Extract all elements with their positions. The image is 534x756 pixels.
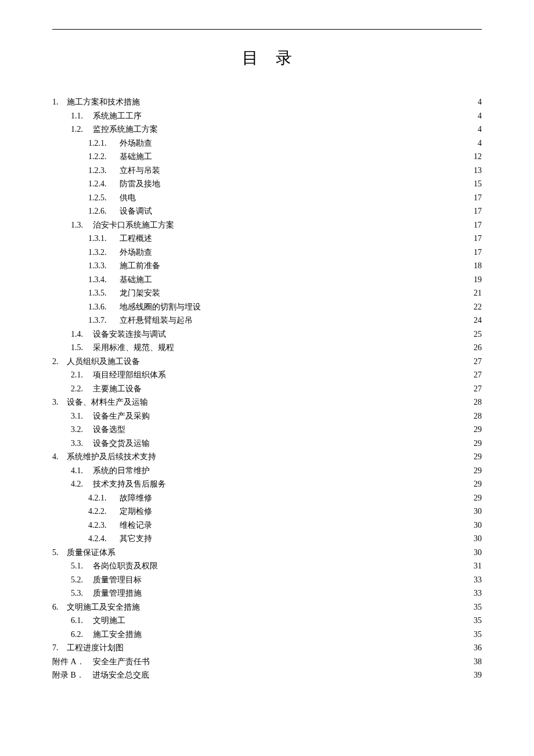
toc-label: 故障维修 [120, 494, 152, 502]
toc-entry: 5.2.质量管理目标33 [52, 576, 482, 584]
toc-page-number: 29 [474, 480, 482, 488]
toc-page-number: 31 [474, 562, 482, 570]
toc-number: 1.2.2. [88, 153, 120, 161]
toc-number: 5. [52, 549, 67, 557]
toc-entry: 1.3.7.立杆悬臂组装与起吊24 [52, 316, 482, 325]
toc-entry: 1.3.1.工程概述17 [52, 235, 482, 243]
toc-entry: 附录 B．进场安全总交底39 [52, 671, 482, 679]
toc-entry: 7.工程进度计划图36 [52, 644, 482, 652]
toc-entry: 1.施工方案和技术措施4 [52, 98, 482, 106]
toc-entry: 4.2.技术支持及售后服务29 [52, 480, 482, 488]
toc-label: 技术支持及售后服务 [93, 480, 166, 488]
toc-label: 龙门架安装 [120, 289, 160, 297]
toc-label: 系统维护及后续技术支持 [67, 453, 156, 461]
toc-label: 设备交货及运输 [93, 440, 150, 448]
toc-number: 2. [52, 358, 67, 366]
toc-label: 系统施工工序 [93, 112, 142, 120]
toc-number: 1.2.4. [88, 180, 120, 188]
toc-page-number: 17 [474, 249, 482, 257]
toc-page-number: 19 [474, 276, 482, 284]
toc-entry: 5.3.质量管理措施33 [52, 589, 482, 597]
toc-number: 6.1. [71, 617, 93, 625]
toc-page-number: 12 [474, 153, 482, 161]
toc-page-number: 27 [474, 371, 482, 379]
toc-number: 4.2.1. [88, 494, 120, 502]
toc-number: 1.1. [71, 112, 93, 120]
toc-number: 1.4. [71, 330, 93, 339]
toc-page-number: 17 [474, 235, 482, 243]
toc-number: 1.3.1. [88, 235, 120, 243]
toc-number: 1.3.3. [88, 262, 120, 270]
toc-entry: 5.1.各岗位职责及权限31 [52, 562, 482, 570]
toc-number: 2.2. [71, 385, 93, 393]
toc-label: 定期检修 [120, 507, 152, 516]
toc-page-number: 29 [474, 440, 482, 448]
toc-page-number: 4 [478, 125, 482, 134]
toc-page-number: 29 [474, 426, 482, 434]
toc-entry: 4.1.系统的日常维护29 [52, 467, 482, 475]
toc-entry: 3.1.设备生产及采购28 [52, 412, 482, 420]
toc-entry: 6.2.施工安全措施35 [52, 631, 482, 639]
toc-label: 质量管理目标 [93, 576, 142, 584]
table-of-contents: 1.施工方案和技术措施41.1.系统施工工序41.2.监控系统施工方案41.2.… [52, 98, 482, 679]
toc-label: 进场安全总交底 [92, 671, 149, 679]
toc-label: 施工方案和技术措施 [67, 98, 140, 106]
toc-entry: 1.3.4.基础施工19 [52, 276, 482, 284]
toc-entry: 1.2.监控系统施工方案4 [52, 125, 482, 134]
toc-number: 3.3. [71, 440, 93, 448]
toc-page-number: 36 [474, 644, 482, 652]
toc-number: 3.1. [71, 412, 93, 420]
toc-entry: 1.2.5.供电17 [52, 194, 482, 202]
toc-entry: 4.2.4.其它支持30 [52, 535, 482, 543]
toc-number: 6.2. [71, 631, 93, 639]
toc-page-number: 24 [474, 316, 482, 325]
toc-label: 监控系统施工方案 [93, 125, 158, 134]
toc-entry: 1.2.1.外场勘查4 [52, 139, 482, 147]
toc-entry: 6.文明施工及安全措施35 [52, 603, 482, 611]
toc-number: 1.2.6. [88, 207, 120, 215]
toc-label: 文明施工及安全措施 [67, 603, 140, 611]
toc-entry: 3.设备、材料生产及运输28 [52, 398, 482, 406]
page-title: 目录 [52, 47, 482, 69]
toc-page-number: 29 [474, 467, 482, 475]
toc-page-number: 22 [474, 303, 482, 311]
toc-label: 主要施工设备 [93, 385, 142, 393]
toc-number: 1.2. [71, 125, 93, 134]
toc-label: 系统的日常维护 [93, 467, 150, 475]
toc-number: 2.1. [71, 371, 93, 379]
toc-page-number: 33 [474, 576, 482, 584]
toc-page-number: 30 [474, 507, 482, 516]
toc-label: 供电 [120, 194, 136, 202]
toc-page-number: 4 [478, 139, 482, 147]
toc-entry: 4.2.2.定期检修30 [52, 507, 482, 516]
toc-entry: 4.2.1.故障维修29 [52, 494, 482, 502]
toc-label: 设备、材料生产及运输 [67, 398, 148, 406]
toc-label: 工程概述 [120, 235, 152, 243]
toc-entry: 4.2.3.维检记录30 [52, 521, 482, 530]
toc-entry: 1.3.5.龙门架安装21 [52, 289, 482, 297]
toc-label: 防雷及接地 [120, 180, 160, 188]
toc-page-number: 28 [474, 412, 482, 420]
toc-label: 其它支持 [120, 535, 152, 543]
toc-page-number: 35 [474, 603, 482, 611]
toc-page-number: 4 [478, 112, 482, 120]
toc-number: 附件 A． [52, 658, 93, 666]
toc-entry: 1.2.4.防雷及接地15 [52, 180, 482, 188]
toc-number: 1. [52, 98, 67, 106]
toc-label: 基础施工 [120, 153, 152, 161]
toc-entry: 1.3.2.外场勘查17 [52, 249, 482, 257]
toc-entry: 4.系统维护及后续技术支持29 [52, 453, 482, 461]
toc-number: 1.3.2. [88, 249, 120, 257]
toc-entry: 1.5.采用标准、规范、规程26 [52, 344, 482, 352]
toc-label: 外场勘查 [120, 249, 152, 257]
toc-entry: 附件 A．安全生产责任书38 [52, 658, 482, 666]
toc-label: 设备生产及采购 [93, 412, 150, 420]
toc-number: 1.5. [71, 344, 93, 352]
toc-entry: 1.3.6.地感线圈的切割与埋设22 [52, 303, 482, 311]
toc-entry: 2.1.项目经理部组织体系27 [52, 371, 482, 379]
toc-number: 1.2.5. [88, 194, 120, 202]
toc-label: 文明施工 [93, 617, 125, 625]
toc-label: 项目经理部组织体系 [93, 371, 166, 379]
toc-page-number: 18 [474, 262, 482, 270]
toc-page-number: 28 [474, 398, 482, 406]
